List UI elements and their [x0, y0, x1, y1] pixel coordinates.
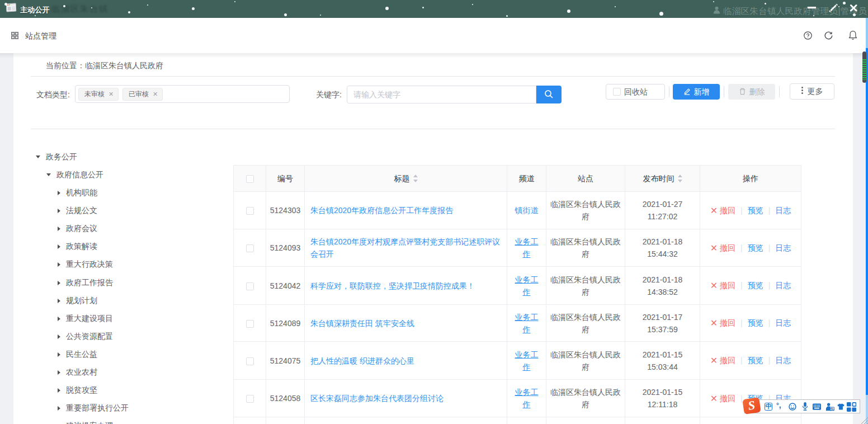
svg-text:19: 19: [830, 407, 834, 411]
